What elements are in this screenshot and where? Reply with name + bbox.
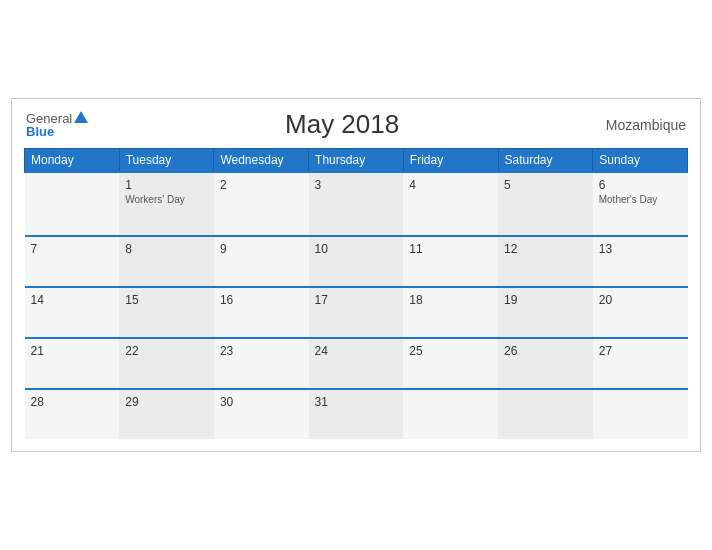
calendar-tbody: 1Workers' Day23456Mother's Day7891011121…	[25, 172, 688, 439]
calendar-cell: 20	[593, 287, 688, 338]
calendar-cell: 30	[214, 389, 309, 439]
calendar-week-row: 14151617181920	[25, 287, 688, 338]
weekday-header: Saturday	[498, 149, 593, 173]
logo-triangle-icon	[74, 111, 88, 123]
day-number: 15	[125, 293, 138, 307]
day-number: 14	[31, 293, 44, 307]
day-number: 21	[31, 344, 44, 358]
calendar-cell: 8	[119, 236, 214, 287]
day-number: 16	[220, 293, 233, 307]
calendar-cell: 28	[25, 389, 120, 439]
day-number: 20	[599, 293, 612, 307]
calendar-country: Mozambique	[596, 117, 686, 133]
day-number: 18	[409, 293, 422, 307]
day-number: 29	[125, 395, 138, 409]
day-number: 24	[315, 344, 328, 358]
weekday-header-row: MondayTuesdayWednesdayThursdayFridaySatu…	[25, 149, 688, 173]
calendar-cell: 5	[498, 172, 593, 236]
day-number: 28	[31, 395, 44, 409]
day-number: 6	[599, 178, 606, 192]
day-number: 17	[315, 293, 328, 307]
weekday-header: Thursday	[309, 149, 404, 173]
calendar-cell: 31	[309, 389, 404, 439]
calendar-cell: 2	[214, 172, 309, 236]
day-number: 7	[31, 242, 38, 256]
weekday-header: Friday	[403, 149, 498, 173]
day-number: 19	[504, 293, 517, 307]
calendar-cell: 16	[214, 287, 309, 338]
day-number: 22	[125, 344, 138, 358]
weekday-header: Wednesday	[214, 149, 309, 173]
calendar-header: General Blue May 2018 Mozambique	[24, 109, 688, 140]
day-number: 3	[315, 178, 322, 192]
logo-blue-text: Blue	[26, 125, 88, 138]
calendar-cell	[403, 389, 498, 439]
calendar-week-row: 78910111213	[25, 236, 688, 287]
calendar-cell: 11	[403, 236, 498, 287]
day-number: 11	[409, 242, 422, 256]
calendar-cell: 17	[309, 287, 404, 338]
day-number: 8	[125, 242, 132, 256]
day-event: Mother's Day	[599, 194, 682, 205]
calendar-cell	[593, 389, 688, 439]
calendar-cell	[498, 389, 593, 439]
day-number: 4	[409, 178, 416, 192]
calendar-cell: 14	[25, 287, 120, 338]
calendar-cell: 18	[403, 287, 498, 338]
day-number: 27	[599, 344, 612, 358]
calendar-cell: 6Mother's Day	[593, 172, 688, 236]
calendar-cell: 23	[214, 338, 309, 389]
calendar-cell: 7	[25, 236, 120, 287]
day-event: Workers' Day	[125, 194, 208, 205]
day-number: 1	[125, 178, 132, 192]
day-number: 31	[315, 395, 328, 409]
day-number: 9	[220, 242, 227, 256]
logo: General Blue	[26, 112, 88, 138]
calendar-cell: 19	[498, 287, 593, 338]
calendar-cell: 26	[498, 338, 593, 389]
calendar-thead: MondayTuesdayWednesdayThursdayFridaySatu…	[25, 149, 688, 173]
day-number: 25	[409, 344, 422, 358]
calendar-week-row: 28293031	[25, 389, 688, 439]
calendar-cell: 4	[403, 172, 498, 236]
calendar-cell: 12	[498, 236, 593, 287]
calendar-cell: 10	[309, 236, 404, 287]
calendar-cell: 15	[119, 287, 214, 338]
calendar-cell: 3	[309, 172, 404, 236]
logo-general-text: General	[26, 112, 72, 125]
calendar-cell: 29	[119, 389, 214, 439]
day-number: 23	[220, 344, 233, 358]
calendar-week-row: 1Workers' Day23456Mother's Day	[25, 172, 688, 236]
calendar-week-row: 21222324252627	[25, 338, 688, 389]
calendar-cell: 22	[119, 338, 214, 389]
calendar-cell: 13	[593, 236, 688, 287]
calendar-cell: 9	[214, 236, 309, 287]
calendar-cell: 21	[25, 338, 120, 389]
weekday-header: Sunday	[593, 149, 688, 173]
day-number: 2	[220, 178, 227, 192]
weekday-header: Monday	[25, 149, 120, 173]
calendar-cell	[25, 172, 120, 236]
calendar-table: MondayTuesdayWednesdayThursdayFridaySatu…	[24, 148, 688, 439]
weekday-header: Tuesday	[119, 149, 214, 173]
day-number: 5	[504, 178, 511, 192]
calendar-cell: 24	[309, 338, 404, 389]
day-number: 26	[504, 344, 517, 358]
calendar: General Blue May 2018 Mozambique MondayT…	[11, 98, 701, 452]
calendar-title: May 2018	[88, 109, 596, 140]
day-number: 10	[315, 242, 328, 256]
calendar-cell: 1Workers' Day	[119, 172, 214, 236]
calendar-cell: 27	[593, 338, 688, 389]
day-number: 13	[599, 242, 612, 256]
calendar-cell: 25	[403, 338, 498, 389]
day-number: 30	[220, 395, 233, 409]
day-number: 12	[504, 242, 517, 256]
